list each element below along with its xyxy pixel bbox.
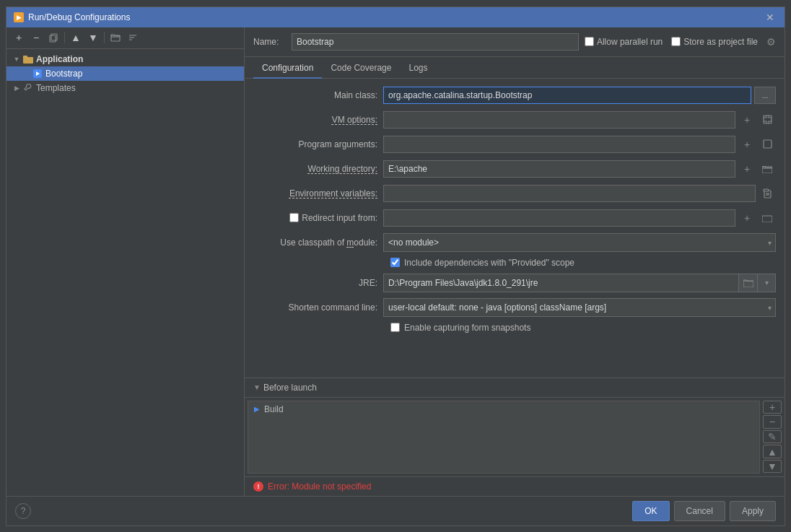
working-dir-row: Working directory: + — [253, 160, 776, 178]
jre-browse-button[interactable] — [738, 274, 757, 292]
program-args-expand-button[interactable]: + — [738, 136, 756, 153]
redirect-label: Redirect input from: — [302, 213, 377, 223]
tabs-bar: Configuration Code Coverage Logs — [245, 57, 785, 79]
before-launch-side-buttons: + − ✎ ▲ ▼ — [763, 401, 782, 474]
tab-configuration[interactable]: Configuration — [253, 58, 322, 79]
include-deps-label: Include dependencies with "Provided" sco… — [404, 258, 574, 268]
include-deps-checkbox[interactable] — [390, 258, 400, 267]
apply-button[interactable]: Apply — [730, 501, 776, 521]
main-class-input[interactable] — [383, 87, 751, 104]
svg-rect-10 — [764, 115, 772, 123]
shorten-cmd-row: Shorten command line: user-local default… — [253, 298, 776, 317]
vm-options-input-group: + — [383, 111, 776, 128]
main-class-browse-button[interactable]: ... — [754, 87, 776, 104]
shorten-cmd-select-wrapper: user-local default: none - java [options… — [383, 298, 776, 317]
tree-area: ▼ Application — [6, 49, 244, 496]
allow-parallel-label: Allow parallel run — [597, 37, 663, 47]
vm-options-label: VM options: — [253, 115, 383, 125]
config-form: Main class: ... VM options: + — [245, 79, 785, 378]
move-to-folder-button[interactable] — [108, 30, 123, 45]
vm-options-row: VM options: + — [253, 110, 776, 129]
working-dir-browse-button[interactable] — [759, 160, 776, 178]
jre-dropdown-button[interactable]: ▾ — [757, 274, 776, 292]
program-args-label: Program arguments: — [253, 139, 383, 149]
copy-config-button[interactable] — [45, 30, 61, 45]
classpath-module-select-wrapper: <no module> — [383, 233, 776, 252]
dialog-title: Run/Debug Configurations — [28, 12, 130, 22]
enable-snapshots-checkbox[interactable] — [390, 323, 400, 332]
svg-rect-18 — [743, 281, 753, 287]
tree-templates-arrow: ▶ — [12, 84, 21, 92]
build-item[interactable]: ▶ Build — [248, 401, 759, 417]
tab-logs[interactable]: Logs — [400, 58, 436, 79]
before-launch-list: ▶ Build — [248, 401, 760, 474]
shorten-cmd-select[interactable]: user-local default: none - java [options… — [383, 298, 776, 317]
name-input[interactable] — [292, 33, 579, 51]
close-button[interactable]: ✕ — [763, 10, 777, 25]
tree-bootstrap-item[interactable]: Bootstrap — [6, 66, 244, 81]
before-launch-title: Before launch — [263, 383, 317, 393]
title-bar: ▶ Run/Debug Configurations ✕ — [6, 7, 785, 27]
svg-rect-17 — [762, 216, 772, 222]
env-vars-input[interactable] — [383, 185, 756, 202]
main-class-input-group: ... — [383, 87, 776, 104]
jre-input[interactable] — [383, 274, 738, 292]
settings-gear-button[interactable]: ⚙ — [766, 36, 776, 48]
before-launch-up-button[interactable]: ▲ — [763, 445, 782, 458]
working-dir-expand-button[interactable]: + — [738, 160, 756, 178]
tree-expand-arrow: ▼ — [12, 55, 21, 64]
before-launch-edit-button[interactable]: ✎ — [763, 430, 782, 444]
error-icon: ! — [253, 481, 263, 492]
jre-input-group: ▾ — [383, 274, 776, 292]
redirect-expand-button[interactable]: + — [738, 209, 756, 227]
program-args-row: Program arguments: + — [253, 135, 776, 154]
redirect-input-group: + — [383, 209, 776, 227]
before-launch-down-button[interactable]: ▼ — [763, 460, 782, 474]
error-text: Error: Module not specified — [268, 481, 371, 492]
working-dir-input[interactable] — [383, 160, 735, 178]
allow-parallel-checkbox[interactable] — [585, 37, 594, 46]
ok-button[interactable]: OK — [632, 501, 669, 521]
redirect-input-checkbox[interactable] — [289, 213, 299, 222]
svg-rect-7 — [23, 56, 27, 58]
help-button[interactable]: ? — [15, 503, 31, 519]
sort-button[interactable] — [125, 30, 141, 45]
include-deps-row: Include dependencies with "Provided" sco… — [253, 258, 776, 268]
program-args-fullscreen-button[interactable] — [759, 136, 776, 153]
store-as-project-checkbox[interactable] — [671, 37, 681, 46]
working-dir-label: Working directory: — [253, 164, 383, 174]
redirect-checkbox-area: Redirect input from: — [253, 213, 383, 223]
redirect-browse-button[interactable] — [759, 209, 776, 227]
vm-options-fullscreen-button[interactable] — [759, 111, 776, 128]
add-config-button[interactable]: + — [11, 30, 27, 45]
move-down-button[interactable]: ▼ — [85, 30, 101, 45]
cancel-button[interactable]: Cancel — [674, 501, 725, 521]
classpath-module-select[interactable]: <no module> — [383, 233, 776, 252]
program-args-input[interactable] — [383, 136, 735, 153]
remove-config-button[interactable]: − — [28, 30, 44, 45]
before-launch-arrow[interactable]: ▼ — [253, 383, 261, 391]
left-panel: + − ▲ ▼ — [6, 27, 245, 496]
jre-label: JRE: — [253, 278, 383, 288]
tree-templates-node[interactable]: ▶ Templates — [6, 81, 244, 95]
vm-options-input[interactable] — [383, 111, 735, 128]
before-launch-remove-button[interactable]: − — [763, 415, 782, 429]
env-vars-label: Environment variables: — [253, 188, 383, 199]
svg-rect-11 — [764, 140, 772, 148]
jre-row: JRE: ▾ — [253, 274, 776, 292]
application-label: Application — [36, 54, 83, 64]
tree-application-node[interactable]: ▼ Application — [6, 52, 244, 66]
tab-code-coverage[interactable]: Code Coverage — [322, 58, 400, 79]
shorten-cmd-label: Shorten command line: — [253, 302, 383, 313]
svg-rect-14 — [764, 189, 769, 191]
classpath-module-label: Use classpath of module: — [253, 237, 383, 248]
before-launch-add-button[interactable]: + — [763, 401, 782, 414]
redirect-input[interactable] — [383, 209, 735, 227]
env-vars-clipboard-button[interactable] — [759, 185, 776, 202]
main-class-row: Main class: ... — [253, 86, 776, 105]
enable-snapshots-group: Enable capturing form snapshots — [390, 323, 530, 333]
vm-options-expand-button[interactable]: + — [738, 111, 756, 128]
bottom-left: ? — [15, 503, 31, 519]
move-up-button[interactable]: ▲ — [68, 30, 84, 45]
classpath-module-row: Use classpath of module: <no module> — [253, 233, 776, 252]
